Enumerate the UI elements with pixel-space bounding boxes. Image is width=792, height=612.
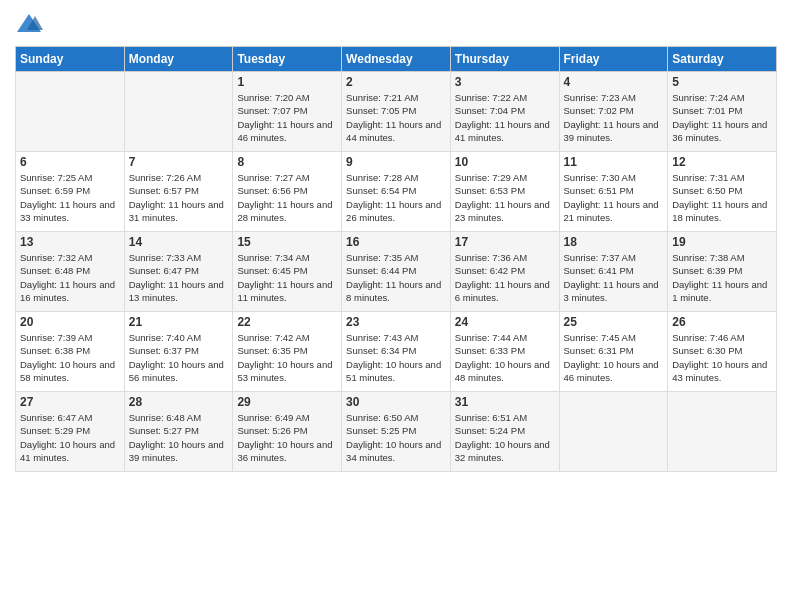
day-number: 5 [672,75,772,89]
calendar-cell: 11Sunrise: 7:30 AM Sunset: 6:51 PM Dayli… [559,152,668,232]
day-number: 18 [564,235,664,249]
header-row: SundayMondayTuesdayWednesdayThursdayFrid… [16,47,777,72]
day-info: Sunrise: 7:43 AM Sunset: 6:34 PM Dayligh… [346,331,446,384]
calendar-cell: 31Sunrise: 6:51 AM Sunset: 5:24 PM Dayli… [450,392,559,472]
day-info: Sunrise: 7:23 AM Sunset: 7:02 PM Dayligh… [564,91,664,144]
day-number: 1 [237,75,337,89]
day-number: 23 [346,315,446,329]
calendar-cell: 15Sunrise: 7:34 AM Sunset: 6:45 PM Dayli… [233,232,342,312]
day-info: Sunrise: 7:21 AM Sunset: 7:05 PM Dayligh… [346,91,446,144]
day-info: Sunrise: 7:25 AM Sunset: 6:59 PM Dayligh… [20,171,120,224]
calendar-body: 1Sunrise: 7:20 AM Sunset: 7:07 PM Daylig… [16,72,777,472]
day-number: 20 [20,315,120,329]
day-number: 9 [346,155,446,169]
header-cell-friday: Friday [559,47,668,72]
day-info: Sunrise: 7:36 AM Sunset: 6:42 PM Dayligh… [455,251,555,304]
calendar-cell: 30Sunrise: 6:50 AM Sunset: 5:25 PM Dayli… [342,392,451,472]
day-number: 21 [129,315,229,329]
calendar-cell: 14Sunrise: 7:33 AM Sunset: 6:47 PM Dayli… [124,232,233,312]
calendar-table: SundayMondayTuesdayWednesdayThursdayFrid… [15,46,777,472]
day-number: 7 [129,155,229,169]
calendar-cell: 20Sunrise: 7:39 AM Sunset: 6:38 PM Dayli… [16,312,125,392]
week-row-5: 27Sunrise: 6:47 AM Sunset: 5:29 PM Dayli… [16,392,777,472]
day-info: Sunrise: 6:51 AM Sunset: 5:24 PM Dayligh… [455,411,555,464]
day-number: 24 [455,315,555,329]
calendar-cell [559,392,668,472]
day-number: 12 [672,155,772,169]
header-cell-wednesday: Wednesday [342,47,451,72]
calendar-cell: 9Sunrise: 7:28 AM Sunset: 6:54 PM Daylig… [342,152,451,232]
calendar-cell: 22Sunrise: 7:42 AM Sunset: 6:35 PM Dayli… [233,312,342,392]
calendar-cell: 8Sunrise: 7:27 AM Sunset: 6:56 PM Daylig… [233,152,342,232]
calendar-cell: 16Sunrise: 7:35 AM Sunset: 6:44 PM Dayli… [342,232,451,312]
calendar-cell: 7Sunrise: 7:26 AM Sunset: 6:57 PM Daylig… [124,152,233,232]
day-info: Sunrise: 7:27 AM Sunset: 6:56 PM Dayligh… [237,171,337,224]
day-number: 28 [129,395,229,409]
day-info: Sunrise: 7:45 AM Sunset: 6:31 PM Dayligh… [564,331,664,384]
day-number: 2 [346,75,446,89]
header-cell-monday: Monday [124,47,233,72]
day-number: 15 [237,235,337,249]
day-number: 29 [237,395,337,409]
calendar-cell: 2Sunrise: 7:21 AM Sunset: 7:05 PM Daylig… [342,72,451,152]
calendar-cell: 6Sunrise: 7:25 AM Sunset: 6:59 PM Daylig… [16,152,125,232]
day-info: Sunrise: 7:28 AM Sunset: 6:54 PM Dayligh… [346,171,446,224]
calendar-cell: 27Sunrise: 6:47 AM Sunset: 5:29 PM Dayli… [16,392,125,472]
calendar-cell: 12Sunrise: 7:31 AM Sunset: 6:50 PM Dayli… [668,152,777,232]
week-row-4: 20Sunrise: 7:39 AM Sunset: 6:38 PM Dayli… [16,312,777,392]
header-cell-tuesday: Tuesday [233,47,342,72]
day-number: 10 [455,155,555,169]
day-number: 17 [455,235,555,249]
day-number: 11 [564,155,664,169]
calendar-cell: 29Sunrise: 6:49 AM Sunset: 5:26 PM Dayli… [233,392,342,472]
day-info: Sunrise: 7:42 AM Sunset: 6:35 PM Dayligh… [237,331,337,384]
day-number: 4 [564,75,664,89]
calendar-cell [124,72,233,152]
day-info: Sunrise: 7:38 AM Sunset: 6:39 PM Dayligh… [672,251,772,304]
day-number: 30 [346,395,446,409]
day-number: 25 [564,315,664,329]
header [15,10,777,38]
day-number: 8 [237,155,337,169]
week-row-1: 1Sunrise: 7:20 AM Sunset: 7:07 PM Daylig… [16,72,777,152]
day-info: Sunrise: 7:32 AM Sunset: 6:48 PM Dayligh… [20,251,120,304]
day-number: 31 [455,395,555,409]
calendar-cell: 13Sunrise: 7:32 AM Sunset: 6:48 PM Dayli… [16,232,125,312]
day-info: Sunrise: 6:49 AM Sunset: 5:26 PM Dayligh… [237,411,337,464]
calendar-cell: 3Sunrise: 7:22 AM Sunset: 7:04 PM Daylig… [450,72,559,152]
day-number: 13 [20,235,120,249]
header-cell-sunday: Sunday [16,47,125,72]
day-info: Sunrise: 7:29 AM Sunset: 6:53 PM Dayligh… [455,171,555,224]
day-info: Sunrise: 6:50 AM Sunset: 5:25 PM Dayligh… [346,411,446,464]
day-info: Sunrise: 7:33 AM Sunset: 6:47 PM Dayligh… [129,251,229,304]
day-info: Sunrise: 7:40 AM Sunset: 6:37 PM Dayligh… [129,331,229,384]
day-info: Sunrise: 7:39 AM Sunset: 6:38 PM Dayligh… [20,331,120,384]
week-row-3: 13Sunrise: 7:32 AM Sunset: 6:48 PM Dayli… [16,232,777,312]
header-cell-saturday: Saturday [668,47,777,72]
day-number: 27 [20,395,120,409]
day-info: Sunrise: 7:30 AM Sunset: 6:51 PM Dayligh… [564,171,664,224]
week-row-2: 6Sunrise: 7:25 AM Sunset: 6:59 PM Daylig… [16,152,777,232]
calendar-cell: 28Sunrise: 6:48 AM Sunset: 5:27 PM Dayli… [124,392,233,472]
day-info: Sunrise: 7:20 AM Sunset: 7:07 PM Dayligh… [237,91,337,144]
calendar-cell: 25Sunrise: 7:45 AM Sunset: 6:31 PM Dayli… [559,312,668,392]
calendar-cell: 21Sunrise: 7:40 AM Sunset: 6:37 PM Dayli… [124,312,233,392]
day-info: Sunrise: 7:44 AM Sunset: 6:33 PM Dayligh… [455,331,555,384]
day-number: 22 [237,315,337,329]
calendar-cell: 24Sunrise: 7:44 AM Sunset: 6:33 PM Dayli… [450,312,559,392]
calendar-cell: 10Sunrise: 7:29 AM Sunset: 6:53 PM Dayli… [450,152,559,232]
calendar-cell [16,72,125,152]
day-info: Sunrise: 7:35 AM Sunset: 6:44 PM Dayligh… [346,251,446,304]
calendar-cell: 18Sunrise: 7:37 AM Sunset: 6:41 PM Dayli… [559,232,668,312]
calendar-cell [668,392,777,472]
logo [15,10,45,38]
day-info: Sunrise: 7:24 AM Sunset: 7:01 PM Dayligh… [672,91,772,144]
day-info: Sunrise: 6:48 AM Sunset: 5:27 PM Dayligh… [129,411,229,464]
calendar-cell: 19Sunrise: 7:38 AM Sunset: 6:39 PM Dayli… [668,232,777,312]
day-info: Sunrise: 7:46 AM Sunset: 6:30 PM Dayligh… [672,331,772,384]
day-info: Sunrise: 7:31 AM Sunset: 6:50 PM Dayligh… [672,171,772,224]
day-info: Sunrise: 7:34 AM Sunset: 6:45 PM Dayligh… [237,251,337,304]
day-info: Sunrise: 7:37 AM Sunset: 6:41 PM Dayligh… [564,251,664,304]
calendar-cell: 5Sunrise: 7:24 AM Sunset: 7:01 PM Daylig… [668,72,777,152]
day-info: Sunrise: 6:47 AM Sunset: 5:29 PM Dayligh… [20,411,120,464]
